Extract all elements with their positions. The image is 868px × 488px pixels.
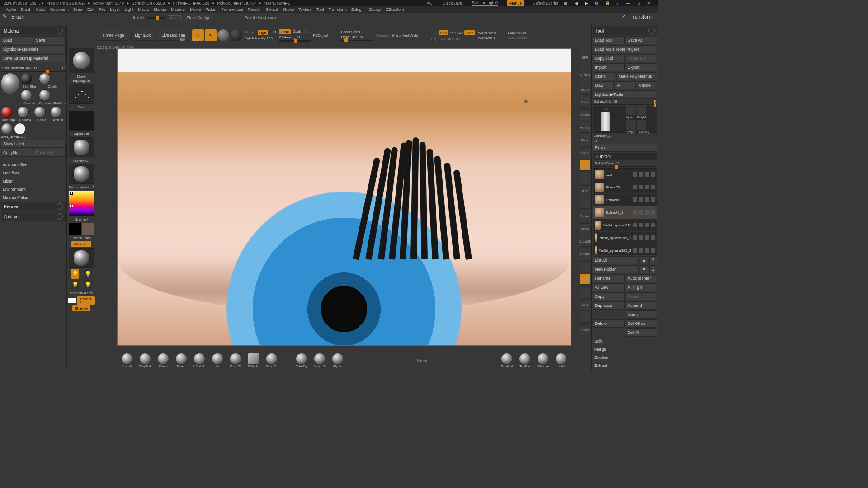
subtool-header[interactable]: Subtool (593, 153, 657, 160)
subtool-row[interactable]: Pm3d_sphere3d1_1 (593, 232, 657, 244)
layout-icon[interactable]: ⊞ (562, 0, 569, 6)
save-as-startup-button[interactable]: Save As Startup Material (1, 54, 66, 62)
alternate-button[interactable]: Alternate (71, 241, 91, 247)
render-header[interactable]: Render (1, 202, 66, 211)
export-button[interactable]: Export (626, 63, 658, 71)
menu-brush[interactable]: Brush (21, 7, 32, 12)
boolean-section[interactable]: Boolean (593, 354, 657, 361)
move-down-button[interactable]: ▼ (640, 265, 648, 273)
light-4-toggle[interactable]: 💡 (84, 280, 92, 290)
vp-persp[interactable]: Persp (580, 135, 590, 145)
brush-preview[interactable] (69, 48, 94, 73)
m-sym-button[interactable]: >M< (464, 30, 475, 35)
del-all-button[interactable]: Del All (626, 328, 658, 337)
brush-toypla[interactable]: ToyPla (517, 353, 533, 368)
load-tools-project-button[interactable]: Load Tools From Project (593, 45, 657, 53)
append-button[interactable]: Append (626, 301, 658, 310)
vp-xpose[interactable]: Xpose (580, 324, 590, 335)
vp-bpr[interactable]: BPR (580, 50, 590, 65)
wax-modifiers-section[interactable]: Wax Modifiers (1, 161, 66, 169)
subtool-icons[interactable] (633, 235, 655, 240)
subtool-row[interactable]: 120 (593, 169, 657, 181)
refresh-icon[interactable] (648, 28, 655, 34)
ac-button[interactable]: AC (427, 1, 433, 5)
vp-zoom[interactable]: Zoom (580, 97, 590, 108)
r-sym-label[interactable]: (R) (431, 37, 436, 41)
material-header[interactable]: Material (1, 26, 66, 35)
vp-xyz[interactable]: XYZ (580, 185, 590, 196)
insert-button[interactable]: Insert (626, 310, 658, 319)
menu-zscript[interactable]: Zscript (369, 7, 382, 12)
vp-frame[interactable]: Frame (580, 211, 590, 221)
vp-btn-18[interactable] (580, 286, 590, 297)
extract-button[interactable]: Extract (593, 144, 657, 152)
tool-slot[interactable] (637, 105, 646, 115)
sculptris-button[interactable] (230, 29, 242, 41)
subtool-row[interactable]: Fibers70 (593, 181, 657, 194)
all-high-button[interactable]: All High (626, 283, 658, 291)
refresh-icon[interactable] (57, 203, 63, 210)
vp-floor[interactable]: Floor (580, 147, 590, 158)
zsub-button[interactable]: Zsub (293, 29, 301, 34)
brush-orb_cr[interactable]: Orb_Cr (264, 353, 279, 368)
material-swatch[interactable] (39, 73, 51, 84)
move-up-button[interactable]: ▲ (640, 256, 648, 264)
modifiers-section[interactable]: Modifiers (1, 169, 66, 177)
move-bottom-button[interactable]: ⤓ (649, 265, 657, 273)
tool-preview[interactable]: 96 Cylinde PolyMe SimpleB TMPoly (593, 106, 657, 133)
subtool-icons[interactable] (633, 223, 655, 227)
tool-slot[interactable] (626, 105, 636, 115)
vp-transp[interactable]: Transp (580, 274, 590, 285)
maximize-icon[interactable]: □ (635, 0, 642, 6)
paste-subtool-button[interactable]: Paste (626, 292, 658, 300)
menu-render[interactable]: Render (248, 7, 261, 12)
make-polymesh-button[interactable]: Make PolyMesh3D (616, 72, 657, 80)
vp-spix-3[interactable]: SPix 3 (580, 67, 590, 82)
menu-transform[interactable]: Transform (328, 7, 347, 12)
subtool-row[interactable]: Pm3d_sphere3d1 (593, 219, 657, 232)
del-other-button[interactable]: Del Other (626, 319, 658, 328)
tool-slot[interactable] (626, 120, 636, 130)
brush-move t[interactable]: Move T (312, 353, 327, 368)
copy-subtool-button[interactable]: Copy (593, 292, 625, 300)
z-sym-button[interactable]: >Z< (457, 31, 463, 35)
subtool-row[interactable]: Extract4_1 (593, 206, 657, 219)
goz-all-button[interactable]: All (614, 81, 635, 89)
enable-customize-button[interactable]: Enable Customize (244, 15, 277, 20)
mixer-section[interactable]: Mixer (1, 178, 66, 185)
stroke-preview[interactable]: ⋰⋱ (69, 84, 94, 104)
light-1-toggle[interactable]: 💡 (71, 269, 79, 279)
zcut-button[interactable]: Zcut (303, 29, 311, 34)
import-button[interactable]: Import (593, 63, 625, 71)
prev-icon[interactable]: ◀ (573, 0, 579, 6)
menu-file[interactable]: File (99, 7, 106, 12)
merge-section[interactable]: Merge (593, 346, 657, 353)
menu-layer[interactable]: Layer (110, 7, 120, 12)
quicksave-button[interactable]: QuickSave (442, 1, 462, 5)
y-sym-button[interactable]: >Y< (449, 31, 456, 35)
move-top-button[interactable]: ⤒ (649, 256, 657, 264)
environment-section[interactable]: Environment (1, 186, 66, 193)
delete-button[interactable]: Delete (593, 319, 625, 328)
material-swatch[interactable] (50, 106, 62, 118)
menu-macro[interactable]: Macro (138, 7, 149, 12)
next-icon[interactable]: ▶ (583, 0, 590, 6)
paste-mat-button[interactable]: PasteMat (34, 149, 66, 157)
close-icon[interactable]: ✕ (646, 0, 652, 6)
extract-section[interactable]: Extract (593, 362, 657, 369)
lightbox-tools-button[interactable]: Lightbox▶Tools (593, 90, 657, 99)
vp-move[interactable]: Move (580, 223, 590, 234)
intensity-label[interactable]: Intensity 0.929 (70, 291, 93, 296)
menu-zzcustom[interactable]: ZZcustom (386, 7, 404, 12)
brush-zmodel[interactable]: ZModel (246, 353, 261, 368)
default-zscript[interactable]: DefaultZScript (533, 1, 558, 5)
brush-trimdy[interactable]: TrimDy (294, 353, 309, 368)
vp-solo[interactable]: Solo (580, 299, 590, 310)
menu-material[interactable]: Material (171, 7, 185, 12)
vp-btn-9[interactable] (580, 173, 590, 183)
material-swatch[interactable] (20, 73, 32, 84)
load-tool-button[interactable]: Load Tool (593, 36, 625, 44)
activate-sym-button[interactable] (431, 30, 438, 36)
light-3-toggle[interactable]: 💡 (71, 280, 79, 290)
brush-claytub[interactable]: ClayTub (137, 353, 153, 368)
